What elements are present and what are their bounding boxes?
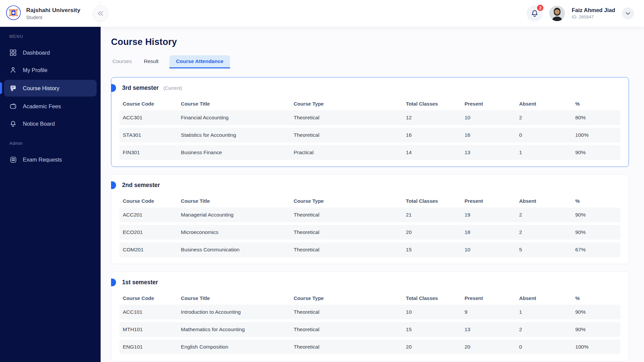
table-cell: 15 — [402, 326, 461, 333]
table-cell: 18 — [461, 229, 516, 235]
column-header: Course Title — [177, 295, 290, 301]
table-cell: 90% — [572, 309, 621, 315]
table-cell: 21 — [402, 212, 461, 218]
semester-card: 1st semester Course CodeCourse TitleCour… — [111, 272, 629, 361]
table-header-row: Course CodeCourse TitleCourse TypeTotal … — [119, 291, 621, 305]
user-avatar[interactable] — [549, 6, 565, 21]
sidebar-brand: Rajshahi University Student — [0, 0, 101, 27]
column-header: Course Code — [119, 295, 177, 301]
course-row: COM201Business CommunicationTheoretical1… — [119, 242, 621, 257]
user-menu-button[interactable] — [622, 7, 634, 19]
sidebar-nav: MENU Dashboard My Profile — [0, 27, 101, 362]
tab-result[interactable]: Result — [143, 55, 160, 68]
semester-card: 2nd semester Course CodeCourse TitleCour… — [111, 174, 629, 264]
table-cell: Business Communication — [177, 247, 290, 253]
column-header: Course Type — [290, 295, 402, 301]
table-cell: MTH101 — [119, 326, 177, 333]
table-header-row: Course CodeCourse TitleCourse TypeTotal … — [119, 97, 621, 110]
sidebar-item-exam-requests[interactable]: Exam Requests — [0, 151, 101, 168]
semester-header: 1st semester — [111, 272, 629, 290]
table-cell: Theoretical — [290, 229, 402, 235]
table-cell: ENG101 — [119, 344, 177, 350]
course-row: STA301Statistics for AccountingTheoretic… — [119, 128, 621, 142]
table-cell: Business Finance — [177, 149, 290, 156]
top-bar: 2 Faiz Ahmed Jiad ID: 265847 — [101, 0, 644, 27]
table-cell: Statistics for Accounting — [177, 132, 290, 138]
table-cell: 67% — [572, 247, 621, 253]
sidebar-item-my-profile[interactable]: My Profile — [0, 62, 101, 78]
table-cell: 90% — [572, 149, 621, 156]
column-header: Total Classes — [402, 295, 461, 301]
table-cell: 20 — [402, 229, 461, 235]
column-header: % — [572, 198, 621, 204]
sidebar-item-academic-fees[interactable]: Academic Fees — [0, 98, 101, 115]
table-cell: ACC301 — [119, 115, 177, 121]
notifications-button[interactable]: 2 — [527, 5, 543, 21]
table-cell: 10 — [461, 247, 516, 253]
course-row: ACC301Financial AccountingTheoretical121… — [119, 110, 621, 125]
table-cell: 10 — [402, 309, 461, 315]
table-cell: 20 — [461, 344, 516, 350]
table-cell: 16 — [402, 132, 461, 138]
table-body: ACC101Introduction to AccountingTheoreti… — [119, 305, 621, 354]
admin-section-label: Admin — [0, 141, 101, 146]
table-cell: 1 — [516, 149, 572, 156]
table-cell: 16 — [461, 132, 516, 138]
bell-icon — [9, 120, 17, 127]
semester-header: 3rd semester (Current) — [111, 77, 629, 96]
brand-subtitle: Student — [26, 15, 80, 20]
sidebar-collapse-button[interactable] — [93, 6, 108, 21]
column-header: Course Type — [290, 198, 402, 204]
user-info: Faiz Ahmed Jiad ID: 265847 — [572, 7, 615, 20]
table-cell: Financial Accounting — [177, 115, 290, 121]
table-cell: Theoretical — [290, 326, 402, 333]
column-header: Absent — [516, 198, 572, 204]
table-cell: 14 — [402, 149, 461, 156]
tab-courses[interactable]: Courses — [111, 55, 133, 68]
sidebar-item-notice-board[interactable]: Notice Board — [0, 115, 101, 132]
column-header: % — [572, 101, 621, 107]
course-history-icon — [9, 84, 17, 92]
table-cell: 100% — [572, 132, 621, 138]
double-chevron-left-icon — [97, 11, 104, 16]
course-row: FIN301Business FinancePractical1413190% — [119, 145, 621, 160]
table-cell: ECO201 — [119, 229, 177, 235]
attendance-table: Course CodeCourse TitleCourse TypeTotal … — [111, 290, 629, 361]
table-cell: STA301 — [119, 132, 177, 138]
tab-course-attendance[interactable]: Course Attendance — [169, 55, 230, 68]
table-cell: FIN301 — [119, 149, 177, 156]
table-cell: 19 — [461, 212, 516, 218]
semester-title: 1st semester — [122, 279, 158, 286]
table-cell: 2 — [516, 212, 572, 218]
sidebar-item-label: Exam Requests — [23, 157, 62, 163]
table-cell: Theoretical — [290, 247, 402, 253]
column-header: Course Title — [177, 101, 290, 107]
page-content: Course History Courses Result Course Att… — [101, 27, 644, 362]
column-header: Present — [461, 295, 516, 301]
semester-title: 2nd semester — [122, 182, 160, 189]
chevron-down-icon — [626, 12, 630, 15]
table-cell: Mathematics for Accounting — [177, 326, 290, 333]
university-logo-icon — [5, 5, 21, 22]
table-header-row: Course CodeCourse TitleCourse TypeTotal … — [119, 194, 621, 207]
sidebar-item-course-history[interactable]: Course History — [4, 80, 97, 97]
notification-count-badge: 2 — [536, 4, 544, 12]
sidebar-item-dashboard[interactable]: Dashboard — [0, 44, 101, 61]
table-cell: 80% — [572, 115, 621, 121]
course-row: ECO201MicroeconomicsTheoretical2018290% — [119, 225, 621, 240]
table-cell: 12 — [402, 115, 461, 121]
table-cell: 13 — [461, 326, 516, 333]
column-header: Total Classes — [402, 198, 461, 204]
sidebar-item-label: Dashboard — [23, 50, 50, 56]
semester-cards: 3rd semester (Current) Course CodeCourse… — [111, 77, 629, 361]
course-row: ENG101English CompositionTheoretical2020… — [119, 340, 621, 354]
grid-icon — [9, 49, 17, 56]
column-header: Course Code — [119, 198, 177, 204]
book-icon — [9, 156, 17, 163]
column-header: Absent — [516, 295, 572, 301]
table-cell: ACC101 — [119, 309, 177, 315]
wallet-icon — [9, 103, 17, 110]
table-cell: 90% — [572, 212, 621, 218]
table-cell: English Composition — [177, 344, 290, 350]
brand-title: Rajshahi University — [26, 7, 80, 14]
